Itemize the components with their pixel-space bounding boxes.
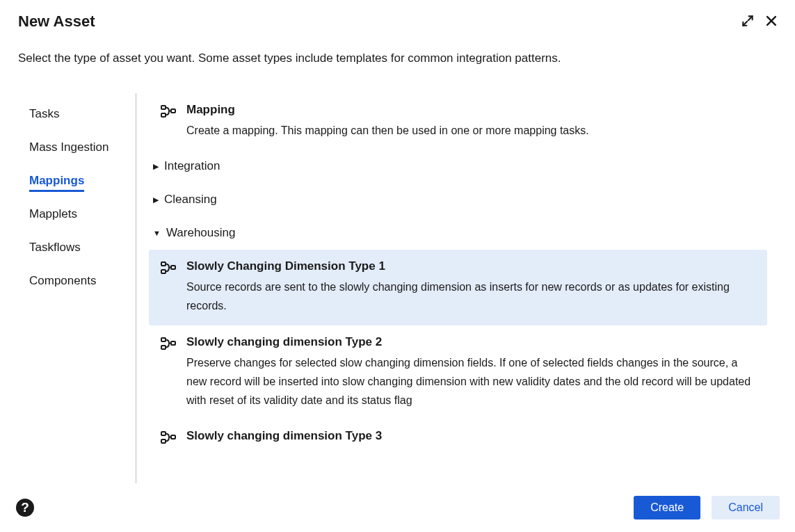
svg-rect-5 xyxy=(171,266,175,269)
asset-item-desc: Create a mapping. This mapping can then … xyxy=(186,121,756,140)
asset-item-text: Slowly Changing Dimension Type 1 Source … xyxy=(186,259,756,315)
svg-rect-9 xyxy=(161,432,166,435)
sidebar-item-label: Taskflows xyxy=(29,241,81,254)
asset-item-title: Mapping xyxy=(186,103,756,117)
sidebar-item-label: Mappings xyxy=(29,174,84,192)
mapping-icon xyxy=(160,104,177,121)
asset-item-scd-type-2[interactable]: Slowly changing dimension Type 2 Preserv… xyxy=(149,325,767,420)
warehousing-content: Slowly Changing Dimension Type 1 Source … xyxy=(149,250,767,448)
sidebar-item-components[interactable]: Components xyxy=(18,264,129,298)
section-integration[interactable]: ▶ Integration xyxy=(149,150,767,183)
chevron-down-icon: ▼ xyxy=(153,229,161,237)
footer-buttons: Create Cancel xyxy=(634,496,780,519)
section-label: Warehousing xyxy=(166,226,236,240)
dialog-header: New Asset xyxy=(0,0,795,31)
dialog-subtitle: Select the type of asset you want. Some … xyxy=(0,31,795,65)
asset-item-desc: Manage both current and historical value… xyxy=(186,447,756,448)
chevron-right-icon: ▶ xyxy=(153,195,159,204)
asset-item-title: Slowly changing dimension Type 2 xyxy=(186,335,756,349)
dialog-body: Tasks Mass Ingestion Mappings Mapplets T… xyxy=(0,65,795,532)
mapping-icon xyxy=(160,430,177,447)
asset-item-desc: Preserve changes for selected slow chang… xyxy=(186,353,756,410)
close-icon[interactable] xyxy=(763,13,780,29)
sidebar-item-mass-ingestion[interactable]: Mass Ingestion xyxy=(18,131,129,164)
dialog-title: New Asset xyxy=(18,13,95,31)
content-panel[interactable]: Mapping Create a mapping. This mapping c… xyxy=(136,93,795,448)
asset-item-scd-type-3[interactable]: Slowly changing dimension Type 3 Manage … xyxy=(149,419,767,448)
sidebar: Tasks Mass Ingestion Mappings Mapplets T… xyxy=(18,93,136,532)
sidebar-item-label: Mapplets xyxy=(29,207,77,220)
sidebar-item-label: Tasks xyxy=(29,107,59,120)
asset-item-desc: Source records are sent to the slowly ch… xyxy=(186,277,756,315)
mapping-icon xyxy=(160,261,177,277)
asset-item-text: Slowly changing dimension Type 2 Preserv… xyxy=(186,335,756,410)
mapping-icon xyxy=(160,337,177,353)
section-label: Integration xyxy=(164,159,220,173)
sidebar-item-tasks[interactable]: Tasks xyxy=(18,97,129,131)
asset-item-text: Slowly changing dimension Type 3 Manage … xyxy=(186,429,756,448)
svg-rect-11 xyxy=(171,435,175,439)
asset-item-text: Mapping Create a mapping. This mapping c… xyxy=(186,103,756,140)
asset-item-title: Slowly Changing Dimension Type 1 xyxy=(186,259,756,273)
svg-rect-3 xyxy=(161,262,166,266)
dialog-footer: ? Create Cancel xyxy=(0,483,795,532)
create-button[interactable]: Create xyxy=(634,496,700,519)
svg-rect-4 xyxy=(161,270,166,273)
chevron-right-icon: ▶ xyxy=(153,162,159,171)
svg-text:?: ? xyxy=(21,500,29,515)
sidebar-item-label: Components xyxy=(29,274,96,287)
section-warehousing[interactable]: ▼ Warehousing xyxy=(149,216,767,250)
svg-rect-2 xyxy=(171,109,175,113)
sidebar-item-label: Mass Ingestion xyxy=(29,140,109,154)
svg-rect-8 xyxy=(171,341,175,345)
expand-icon[interactable] xyxy=(739,13,756,29)
svg-rect-7 xyxy=(161,346,166,349)
sidebar-item-taskflows[interactable]: Taskflows xyxy=(18,231,129,264)
new-asset-dialog: New Asset Select the type of asset you w… xyxy=(0,0,795,532)
sidebar-item-mappings[interactable]: Mappings xyxy=(18,164,129,198)
svg-rect-6 xyxy=(161,338,166,341)
cancel-button[interactable]: Cancel xyxy=(712,496,780,519)
asset-item-scd-type-1[interactable]: Slowly Changing Dimension Type 1 Source … xyxy=(149,250,767,325)
sidebar-item-mapplets[interactable]: Mapplets xyxy=(18,198,129,231)
header-actions xyxy=(739,13,780,29)
asset-item-title: Slowly changing dimension Type 3 xyxy=(186,429,756,443)
section-cleansing[interactable]: ▶ Cleansing xyxy=(149,183,767,216)
help-icon[interactable]: ? xyxy=(15,498,35,517)
svg-rect-1 xyxy=(161,113,166,117)
asset-item-mapping[interactable]: Mapping Create a mapping. This mapping c… xyxy=(149,93,767,150)
svg-rect-10 xyxy=(161,440,166,443)
section-label: Cleansing xyxy=(164,193,217,207)
svg-rect-0 xyxy=(161,106,166,109)
